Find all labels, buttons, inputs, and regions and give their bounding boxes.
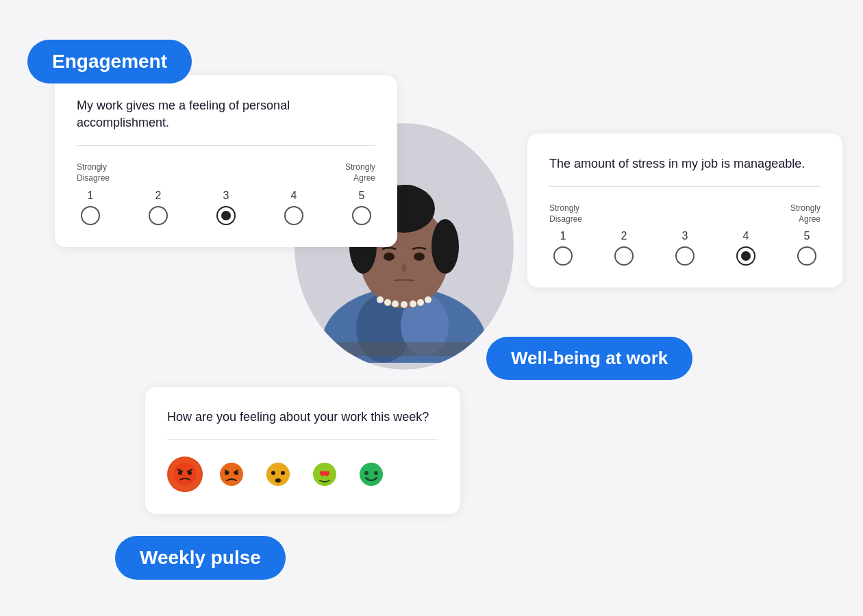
engagement-divider <box>77 145 375 146</box>
engagement-radio-2[interactable] <box>149 206 168 225</box>
svg-point-15 <box>410 300 416 307</box>
svg-point-12 <box>384 299 391 306</box>
svg-point-10 <box>414 253 425 261</box>
emoji-love[interactable] <box>307 457 342 492</box>
wellbeing-option-1[interactable]: 1 <box>549 230 577 266</box>
engagement-radio-5[interactable] <box>352 206 371 225</box>
engagement-badge: Engagement <box>27 40 192 84</box>
wellbeing-option-5[interactable]: 5 <box>793 230 821 266</box>
wellbeing-radio-5[interactable] <box>797 246 816 266</box>
wellbeing-card: The amount of stress in my job is manage… <box>527 133 842 287</box>
svg-rect-18 <box>336 342 473 356</box>
wellbeing-option-2[interactable]: 2 <box>610 230 638 266</box>
weekly-pulse-badge: Weekly pulse <box>115 536 286 580</box>
svg-point-19 <box>173 463 197 486</box>
svg-point-14 <box>401 301 408 308</box>
engagement-option-3[interactable]: 3 <box>212 190 240 225</box>
wellbeing-label-right: StronglyAgree <box>790 203 821 224</box>
emoji-happy[interactable] <box>353 457 389 492</box>
svg-point-31 <box>360 463 383 486</box>
engagement-option-4[interactable]: 4 <box>280 190 308 225</box>
engagement-question: My work gives me a feeling of personal a… <box>77 97 375 131</box>
wellbeing-option-4[interactable]: 4 <box>732 230 760 266</box>
wellbeing-option-3[interactable]: 3 <box>671 230 699 266</box>
wellbeing-radio-3[interactable] <box>675 246 695 266</box>
svg-point-26 <box>271 471 275 475</box>
engagement-radio-3[interactable] <box>216 206 236 225</box>
emoji-neutral[interactable] <box>260 457 296 492</box>
svg-point-27 <box>281 471 285 475</box>
engagement-scale: StronglyDisagree StronglyAgree 1 2 3 4 5 <box>77 162 375 224</box>
svg-point-17 <box>425 296 432 303</box>
wellbeing-radio-2[interactable] <box>614 246 634 266</box>
wellbeing-question: The amount of stress in my job is manage… <box>549 155 821 172</box>
svg-point-11 <box>377 296 384 303</box>
svg-point-8 <box>432 219 459 274</box>
svg-point-9 <box>384 253 395 261</box>
emoji-row <box>167 457 438 492</box>
wellbeing-scale-labels: StronglyDisagree StronglyAgree <box>549 203 821 224</box>
engagement-scale-labels: StronglyDisagree StronglyAgree <box>77 162 375 183</box>
engagement-radio-4[interactable] <box>284 206 303 225</box>
wellbeing-label-left: StronglyDisagree <box>549 203 582 224</box>
engagement-options: 1 2 3 4 5 <box>77 190 375 225</box>
engagement-label-left: StronglyDisagree <box>77 162 110 183</box>
wellbeing-radio-4[interactable] <box>736 246 755 266</box>
wellbeing-scale: StronglyDisagree StronglyAgree 1 2 3 4 5 <box>549 203 821 266</box>
svg-point-16 <box>417 299 424 306</box>
svg-point-29 <box>276 478 280 483</box>
emoji-angry[interactable] <box>167 457 203 492</box>
wellbeing-radio-1[interactable] <box>553 246 573 266</box>
svg-point-32 <box>364 471 368 475</box>
engagement-label-right: StronglyAgree <box>345 162 375 183</box>
svg-point-22 <box>220 463 243 486</box>
wellbeing-divider <box>549 186 821 187</box>
svg-point-33 <box>374 471 378 475</box>
weekly-pulse-card: How are you feeling about your work this… <box>145 387 460 514</box>
svg-point-13 <box>392 300 399 307</box>
engagement-option-1[interactable]: 1 <box>77 190 104 225</box>
engagement-card: My work gives me a feeling of personal a… <box>55 75 397 247</box>
engagement-option-2[interactable]: 2 <box>145 190 172 225</box>
weekly-divider <box>167 439 438 440</box>
weekly-question: How are you feeling about your work this… <box>167 409 438 426</box>
engagement-option-5[interactable]: 5 <box>348 190 375 225</box>
engagement-radio-1[interactable] <box>81 206 100 225</box>
emoji-sad[interactable] <box>214 457 249 492</box>
wellbeing-options: 1 2 3 4 5 <box>549 230 821 266</box>
wellbeing-badge: Well-being at work <box>486 337 692 380</box>
